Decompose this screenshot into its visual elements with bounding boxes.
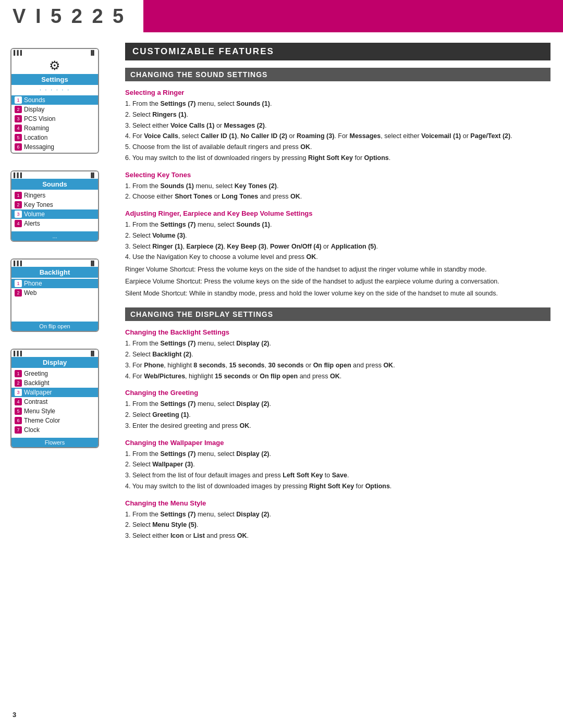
num-2: 2 [15, 106, 22, 113]
signal-icon: ▌▌▌ [14, 50, 23, 55]
battery-icon-b: ▐▌ [89, 261, 96, 266]
num-2s: 2 [15, 201, 22, 208]
menu-item-phone: 1 Phone [11, 279, 98, 288]
display-section-header: CHANGING THE DISPLAY SETTINGS [125, 307, 550, 321]
num-4d: 4 [15, 398, 22, 405]
step: Select Ringers (1). [125, 109, 550, 120]
wallpaper-image-title: Changing the Wallpaper Image [125, 439, 550, 447]
selecting-ringer-subsection: Selecting a Ringer From the Settings (7)… [125, 89, 550, 164]
screen-title-display: Display [11, 357, 98, 368]
sounds-footer: ... [11, 231, 98, 241]
menu-item-roaming: 4 Roaming [11, 124, 98, 133]
menu-item-themecolor: 6 Theme Color [11, 416, 98, 425]
menu-item-pcsvision: 3 PCS Vision [11, 114, 98, 124]
changing-greeting-subsection: Changing the Greeting From the Settings … [125, 389, 550, 431]
battery-icon-s: ▐▌ [89, 172, 96, 178]
step: Choose from the list of available defaul… [125, 142, 550, 153]
page-wrapper: V I 5 2 2 5 ▌▌▌ ▐▌ ⚙ Settings · · · · · … [0, 0, 563, 728]
menu-item-messaging: 6 Messaging [11, 142, 98, 152]
display-settings-section: CHANGING THE DISPLAY SETTINGS Changing t… [125, 307, 550, 541]
step: From the Settings (7) menu, select Sound… [125, 98, 550, 109]
num-1b: 1 [15, 280, 22, 287]
page-body: ▌▌▌ ▐▌ ⚙ Settings · · · · · · 1 Sounds 2… [0, 32, 563, 561]
selecting-key-tones-steps: From the Sounds (1) menu, select Key Ton… [125, 181, 550, 203]
step: Use the Navigation Key to choose a volum… [125, 252, 550, 263]
num-3s: 3 [15, 211, 22, 218]
step: Select from the list of four default ima… [125, 470, 550, 481]
step: From the Settings (7) menu, select Sound… [125, 219, 550, 230]
step: Select Wallpaper (3). [125, 459, 550, 470]
menu-item-wallpaper: 3 Wallpaper [11, 388, 98, 397]
ringer-shortcut-note: Ringer Volume Shortcut: Press the volume… [125, 265, 550, 275]
menu-item-sounds: 1 Sounds [11, 95, 98, 105]
wallpaper-image-steps: From the Settings (7) menu, select Displ… [125, 449, 550, 492]
changing-greeting-steps: From the Settings (7) menu, select Displ… [125, 399, 550, 431]
num-5d: 5 [15, 408, 22, 415]
num-7d: 7 [15, 426, 22, 434]
earpiece-shortcut-note: Earpiece Volume Shortcut: Press the volu… [125, 277, 550, 287]
backlight-settings-steps: From the Settings (7) menu, select Displ… [125, 338, 550, 381]
step: Choose either Short Tones or Long Tones … [125, 191, 550, 202]
header-accent-bar [143, 0, 563, 32]
menu-item-backlight: 2 Backlight [11, 378, 98, 388]
step: For Web/Pictures, highlight 15 seconds o… [125, 371, 550, 382]
display-footer: Flowers [11, 438, 98, 447]
sound-settings-section: CHANGING THE SOUND SETTINGS Selecting a … [125, 68, 550, 298]
display-menu: 1 Greeting 2 Backlight 3 Wallpaper 4 Con… [11, 368, 98, 436]
wallpaper-image-subsection: Changing the Wallpaper Image From the Se… [125, 439, 550, 492]
step: You may switch to the list of downloaded… [125, 153, 550, 164]
backlight-screen: ▌▌▌ ▐▌ Backlight 1 Phone 2 Web On flip o… [10, 258, 99, 332]
selecting-key-tones-subsection: Selecting Key Tones From the Sounds (1) … [125, 171, 550, 203]
sound-section-header: CHANGING THE SOUND SETTINGS [125, 68, 550, 81]
menu-style-subsection: Changing the Menu Style From the Setting… [125, 499, 550, 541]
step: Select Greeting (1). [125, 410, 550, 421]
step: Select Ringer (1), Earpiece (2), Key Bee… [125, 241, 550, 252]
settings-icon: ⚙ [49, 58, 60, 72]
menu-item-contrast: 4 Contrast [11, 397, 98, 406]
menu-item-volume: 3 Volume [11, 209, 98, 219]
settings-screen: ▌▌▌ ▐▌ ⚙ Settings · · · · · · 1 Sounds 2… [10, 48, 99, 154]
num-2b: 2 [15, 289, 22, 297]
right-column: CUSTOMIZABLE FEATURES CHANGING THE SOUND… [125, 43, 550, 551]
step: From the Settings (7) menu, select Displ… [125, 449, 550, 460]
selecting-key-tones-title: Selecting Key Tones [125, 171, 550, 179]
backlight-footer: On flip open [11, 322, 98, 331]
menu-item-display: 2 Display [11, 105, 98, 114]
settings-menu: 1 Sounds 2 Display 3 PCS Vision 4 Roamin… [11, 94, 98, 153]
page-number: 3 [13, 711, 16, 719]
step: Select either Voice Calls (1) or Message… [125, 120, 550, 131]
step: From the Settings (7) menu, select Displ… [125, 399, 550, 410]
menu-item-greeting: 1 Greeting [11, 369, 98, 378]
selecting-ringer-title: Selecting a Ringer [125, 89, 550, 96]
num-3: 3 [15, 115, 22, 122]
step: Select Backlight (2). [125, 349, 550, 360]
backlight-settings-title: Changing the Backlight Settings [125, 328, 550, 336]
num-6: 6 [15, 143, 22, 151]
num-3d: 3 [15, 389, 22, 396]
step: For Voice Calls, select Caller ID (1), N… [125, 131, 550, 142]
step: For Phone, highlight 8 seconds, 15 secon… [125, 360, 550, 371]
adjusting-volume-steps: From the Settings (7) menu, select Sound… [125, 219, 550, 263]
battery-icon: ▐▌ [89, 50, 96, 55]
num-5: 5 [15, 134, 22, 141]
screen-header-backlight: ▌▌▌ ▐▌ [11, 260, 98, 267]
selecting-ringer-steps: From the Settings (7) menu, select Sound… [125, 98, 550, 164]
settings-icon-area: ⚙ [11, 56, 98, 74]
step: From the Settings (7) menu, select Displ… [125, 338, 550, 349]
menu-style-title: Changing the Menu Style [125, 499, 550, 507]
screen-title-settings: Settings [11, 74, 98, 85]
sounds-menu: 1 Ringers 2 Key Tones 3 Volume 4 Alerts [11, 190, 98, 229]
menu-item-location: 5 Location [11, 133, 98, 142]
step: You may switch to the list of downloaded… [125, 481, 550, 492]
step: From the Settings (7) menu, select Displ… [125, 509, 550, 520]
step: Select Menu Style (5). [125, 520, 550, 530]
menu-item-web: 2 Web [11, 288, 98, 298]
num-4: 4 [15, 125, 22, 132]
screen-header-display: ▌▌▌ ▐▌ [11, 350, 98, 357]
page-title: V I 5 2 2 5 [0, 0, 138, 32]
sounds-screen: ▌▌▌ ▐▌ Sounds 1 Ringers 2 Key Tones 3 Vo… [10, 170, 99, 242]
signal-icon-d: ▌▌▌ [14, 351, 23, 356]
main-section-title: CUSTOMIZABLE FEATURES [125, 43, 550, 60]
backlight-menu: 1 Phone 2 Web [11, 278, 98, 299]
left-column: ▌▌▌ ▐▌ ⚙ Settings · · · · · · 1 Sounds 2… [10, 43, 115, 551]
